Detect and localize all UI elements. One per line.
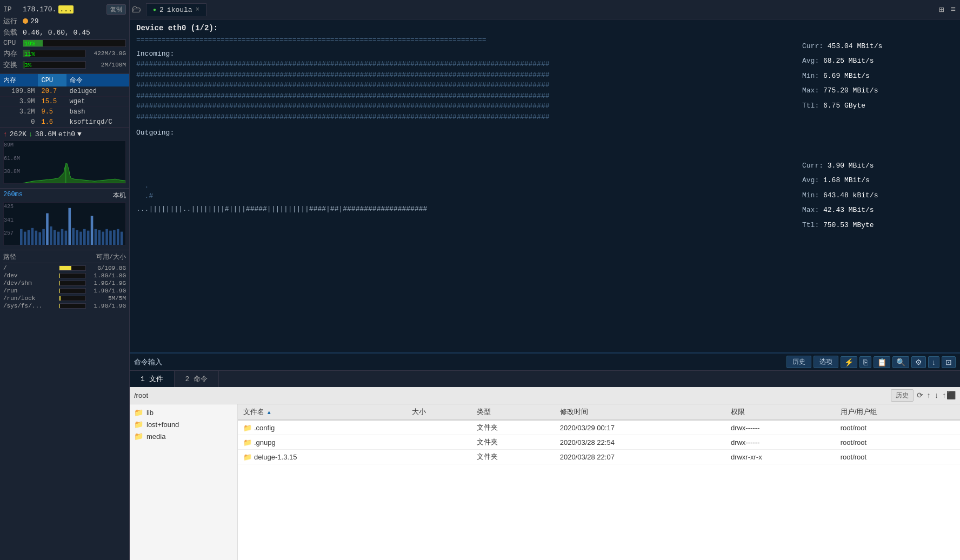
file-folder-icon: 📁 — [243, 453, 252, 461]
disk-bar-fill — [59, 266, 71, 270]
svg-rect-29 — [121, 232, 123, 245]
file-perms: drwx------ — [725, 435, 835, 450]
proc-mem: 0 — [0, 117, 38, 128]
proc-cpu: 9.5 — [38, 107, 66, 117]
list-item: /sys/fs/... 1.9G/1.9G — [3, 303, 126, 309]
ping-y-341: 341 — [4, 217, 20, 223]
run-row: 运行 29 — [3, 16, 126, 26]
disk-size: 5M/5M — [88, 295, 126, 302]
list-item: /dev 1.8G/1.8G — [3, 272, 126, 279]
cpu-row: CPU 19% — [3, 39, 126, 47]
file-owner: root/root — [835, 435, 960, 450]
paste-terminal-button[interactable]: 📋 — [874, 356, 890, 368]
table-row[interactable]: 📁deluge-1.3.15 文件夹 2020/03/28 22:07 drwx… — [238, 450, 960, 464]
out-ttl: Ttl: 750.53 MByte — [802, 219, 954, 231]
file-toolbar: /root 历史 ⟳ ↑ ↓ ↑⬛ — [130, 387, 960, 404]
table-row[interactable]: 📁.config 文件夹 2020/03/29 00:17 drwx------… — [238, 420, 960, 435]
disk-path: / — [3, 265, 57, 271]
process-table-wrap: 内存 CPU 命令 109.8M20.7deluged3.9M15.5wget3… — [0, 74, 129, 128]
file-history-btn[interactable]: 历史 — [891, 389, 914, 402]
fh-perms[interactable]: 权限 — [725, 404, 835, 420]
net-y-61: 61.6M — [4, 156, 23, 162]
swap-row: 交换 3% 2M/100M — [3, 60, 126, 70]
svg-rect-16 — [72, 228, 75, 245]
svg-rect-5 — [31, 228, 34, 245]
in-ttl: Ttl: 6.75 GByte — [802, 99, 954, 112]
file-name: 📁deluge-1.3.15 — [238, 450, 406, 464]
svg-rect-3 — [24, 232, 26, 245]
incoming-bar-1: ########################################… — [136, 59, 791, 70]
disk-size: 1.9G/1.9G — [88, 303, 126, 309]
folder-icon[interactable]: 🗁 — [132, 4, 142, 15]
file-upload-icon[interactable]: ↑⬛ — [942, 391, 956, 400]
tree-item-lib[interactable]: 📁 lib — [130, 406, 237, 418]
tree-item-lostfound[interactable]: 📁 lost+found — [130, 418, 237, 430]
fh-modified[interactable]: 修改时间 — [555, 404, 725, 420]
proc-header-cpu[interactable]: CPU — [38, 74, 66, 86]
list-item: / G/109.8G — [3, 265, 126, 271]
incoming-label: Incoming: — [136, 49, 791, 59]
proc-mem: 3.2M — [0, 107, 38, 117]
cmd-input[interactable] — [164, 358, 784, 366]
fullscreen-button[interactable]: ⊡ — [942, 356, 956, 368]
net-y-labels: 89M 61.6M 30.8M — [4, 141, 23, 183]
net-y-30: 30.8M — [4, 169, 23, 175]
terminal-tab[interactable]: ● 2 ikoula × — [146, 3, 206, 16]
mem-row: 内存 11% 422M/3.8G — [3, 49, 126, 58]
options-button[interactable]: 选项 — [814, 356, 838, 368]
tab-cmd[interactable]: 2 命令 — [175, 371, 219, 387]
mem-label: 内存 — [3, 49, 21, 58]
search-button[interactable]: 🔍 — [892, 356, 909, 368]
sort-arrow: ▲ — [266, 409, 272, 415]
fh-size[interactable]: 大小 — [406, 404, 471, 420]
disk-section: 路径 可用/大小 / G/109.8G /dev 1.8G/1.8G /dev/… — [0, 250, 129, 560]
disk-bar — [59, 281, 86, 286]
bottom-line: ...||||||||..||||||||#||||#####|||||||||… — [136, 204, 791, 215]
file-folder-icon: 📁 — [243, 438, 252, 446]
menu-icon[interactable]: ≡ — [948, 4, 958, 16]
table-row: 109.8M20.7deluged — [0, 86, 129, 97]
net-graph-svg — [23, 141, 125, 183]
table-row[interactable]: 📁.gnupg 文件夹 2020/03/28 22:54 drwx------ … — [238, 435, 960, 450]
file-download-icon[interactable]: ↓ — [934, 391, 938, 400]
ping-graph: 425 341 257 — [3, 202, 126, 245]
disk-bar-fill — [59, 274, 60, 278]
outgoing-bar-6: .# — [136, 191, 791, 202]
fh-name[interactable]: 文件名 ▲ — [238, 404, 406, 420]
file-modified: 2020/03/28 22:07 — [555, 450, 725, 464]
lightning-button[interactable]: ⚡ — [841, 356, 857, 368]
file-refresh-icon[interactable]: ⟳ — [917, 391, 923, 400]
list-item: /dev/shm 1.9G/1.9G — [3, 280, 126, 286]
proc-cmd: wget — [66, 97, 129, 107]
ip-highlight: ... — [58, 5, 73, 14]
copy-terminal-button[interactable]: ⎘ — [859, 356, 871, 368]
fh-type[interactable]: 类型 — [471, 404, 555, 420]
down-arrow-icon: ↓ — [29, 130, 33, 138]
file-folder-icon: 📁 — [243, 424, 252, 432]
disk-size: G/109.8G — [88, 265, 126, 271]
disk-col-size: 可用/大小 — [96, 252, 126, 262]
disk-bar-fill — [59, 289, 60, 293]
history-button[interactable]: 历史 — [786, 356, 811, 368]
out-min: Min: 643.48 kBit/s — [802, 189, 954, 202]
proc-header-mem[interactable]: 内存 — [0, 74, 38, 86]
disk-bar — [59, 265, 86, 271]
cpu-label: CPU — [3, 39, 21, 47]
cmd-input-area: 命令输入 历史 选项 ⚡ ⎘ 📋 🔍 ⚙ ↓ ⊡ — [130, 352, 960, 370]
incoming-bar-6: ########################################… — [136, 112, 791, 123]
fh-owner[interactable]: 用户/用户组 — [835, 404, 960, 420]
tab-close-button[interactable]: × — [196, 6, 199, 14]
settings-button[interactable]: ⚙ — [911, 356, 926, 368]
file-table: 文件名 ▲ 大小 类型 修改时间 权限 用户/用户组 📁.config 文件夹 … — [238, 404, 960, 464]
proc-header-cmd[interactable]: 命令 — [66, 74, 129, 86]
grid-icon[interactable]: ⊞ — [937, 3, 946, 16]
file-up-icon[interactable]: ↑ — [926, 391, 931, 400]
download-button[interactable]: ↓ — [928, 356, 939, 368]
proc-mem: 3.9M — [0, 97, 38, 107]
file-type: 文件夹 — [471, 450, 555, 464]
disk-path: /dev/shm — [3, 280, 57, 286]
copy-button[interactable]: 复制 — [106, 4, 126, 15]
up-arrow-icon: ↑ — [3, 130, 8, 138]
tree-item-media[interactable]: 📁 media — [130, 430, 237, 442]
tab-files[interactable]: 1 文件 — [130, 371, 175, 387]
